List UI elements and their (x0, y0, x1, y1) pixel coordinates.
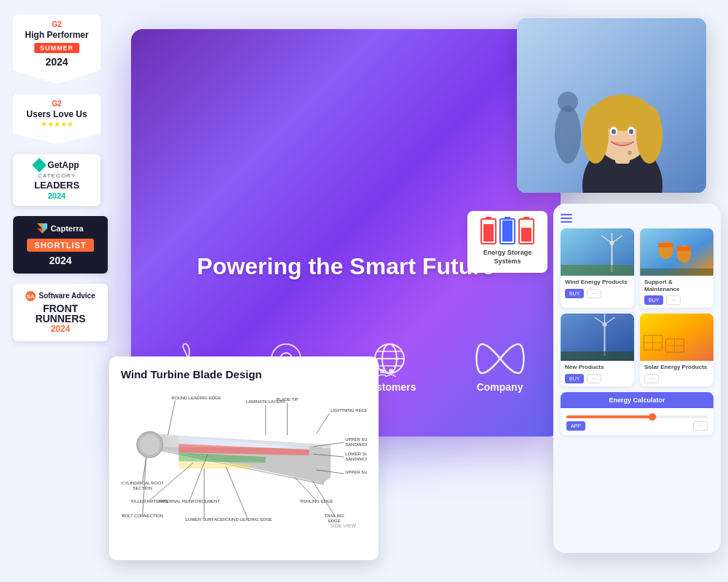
svg-rect-84 (641, 314, 713, 361)
support-buy-button[interactable]: BUY (644, 295, 663, 305)
software-advice-year: 2024 (22, 324, 99, 334)
energy-calc-header: Energy Calculator (561, 392, 713, 408)
solar-more-button[interactable]: ··· (644, 374, 659, 383)
svg-point-28 (612, 129, 616, 135)
svg-text:LOWER SURFACESANDWICH SHELL: LOWER SURFACESANDWICH SHELL (345, 452, 367, 461)
g2-users-love-badge: G2 Users Love Us ★★★★★ (13, 94, 100, 143)
software-advice-icon: SA (25, 291, 36, 301)
menu-line-2 (561, 218, 572, 219)
getapp-diamond-icon (32, 158, 47, 172)
getapp-logo: GetApp (22, 160, 92, 170)
calc-slider-thumb[interactable] (649, 413, 656, 420)
app-card-new-products[interactable]: New Products BUY ··· (561, 314, 634, 386)
svg-point-32 (140, 434, 160, 455)
new-products-buy-button[interactable]: BUY (565, 374, 584, 383)
svg-point-29 (629, 129, 633, 135)
capterra-name: Capterra (50, 224, 83, 233)
svg-line-40 (168, 401, 175, 436)
g2-high-performer-badge: G2 High Performer SUMMER 2024 (13, 15, 100, 84)
g2-high-performer-title: High Performer (22, 30, 92, 40)
calc-app-button[interactable]: APP (566, 421, 585, 431)
mobile-app-panel[interactable]: Wind Energy Products BUY ··· (553, 204, 721, 553)
battery-blue-icon (499, 218, 515, 244)
energy-calc-card[interactable]: Energy Calculator APP ··· (561, 392, 713, 435)
software-advice-title: FRONT RUNNERS (22, 303, 99, 324)
svg-marker-1 (42, 223, 47, 228)
main-tagline: Powering the Smart Future (197, 253, 495, 280)
workers-image-svg (640, 228, 713, 276)
software-advice-badge: SA Software Advice FRONT RUNNERS 2024 (13, 284, 108, 341)
svg-marker-3 (42, 228, 47, 234)
svg-text:UPPER SURFACESANDWICH SHELL: UPPER SURFACESANDWICH SHELL (345, 437, 367, 447)
wind-buy-button[interactable]: BUY (565, 289, 584, 298)
battery-icons-row (478, 218, 537, 244)
new-products-label: New Products (561, 361, 634, 374)
svg-marker-2 (37, 228, 42, 234)
software-advice-name: Software Advice (39, 292, 95, 300)
infinity-icon (475, 340, 526, 377)
svg-point-30 (628, 151, 632, 155)
new-products-more-button[interactable]: ··· (587, 374, 601, 383)
svg-line-60 (226, 466, 248, 519)
svg-rect-75 (677, 247, 692, 251)
getapp-category: CATEGORY (22, 172, 92, 179)
g2-season: SUMMER (34, 43, 79, 53)
solar-image-svg (640, 314, 713, 361)
svg-rect-70 (561, 265, 634, 276)
svg-marker-0 (37, 223, 42, 228)
menu-line-3 (561, 221, 572, 223)
app-card-solar[interactable]: Solar Energy Products ··· (640, 314, 713, 386)
capterra-year: 2024 (22, 255, 99, 266)
calc-slider[interactable] (566, 415, 708, 418)
workers-image (640, 228, 713, 276)
battery-red-icon-2 (518, 218, 534, 244)
support-actions: BUY ··· (640, 295, 713, 308)
svg-text:TRAILING EDGE: TRAILING EDGE (299, 499, 333, 503)
getapp-name: GetApp (47, 160, 79, 170)
svg-point-16 (389, 369, 393, 373)
support-more-button[interactable]: ··· (666, 295, 681, 305)
energy-storage-card: Energy StorageSystems (467, 211, 547, 273)
svg-text:FILLER MATERIAL: FILLER MATERIAL (131, 499, 169, 503)
g2-logo-2: G2 (22, 100, 92, 108)
app-card-support[interactable]: Support & Maintenance BUY ··· (640, 228, 713, 308)
app-header (561, 211, 713, 228)
awards-column: G2 High Performer SUMMER 2024 G2 Users L… (13, 15, 108, 341)
hamburger-icon[interactable] (561, 214, 572, 223)
svg-text:ROUND LEADING EDGE: ROUND LEADING EDGE (172, 396, 221, 400)
menu-line-1 (561, 214, 572, 215)
solar-actions: ··· (640, 374, 713, 386)
wind-product-label: Wind Energy Products (561, 276, 634, 289)
battery-red-icon (480, 218, 496, 244)
svg-text:ROUND LEADING EDGE: ROUND LEADING EDGE (223, 517, 272, 522)
svg-point-15 (380, 369, 384, 373)
app-grid: Wind Energy Products BUY ··· (561, 228, 713, 435)
svg-text:LIGHTNING RECEPTOR: LIGHTNING RECEPTOR (331, 408, 367, 412)
g2-logo-1: G2 (22, 20, 92, 28)
calc-more-button[interactable]: ··· (693, 421, 708, 431)
energy-storage-label: Energy StorageSystems (478, 249, 537, 266)
support-label: Support & Maintenance (640, 276, 713, 295)
svg-text:SIDE VIEW: SIDE VIEW (330, 523, 356, 528)
g2-year-1: 2024 (22, 56, 92, 68)
new-products-image-svg (561, 314, 634, 361)
svg-point-18 (555, 105, 581, 164)
capterra-shortlist: SHORTLIST (27, 239, 93, 252)
calc-slider-fill (566, 415, 651, 418)
g2-users-love-title: Users Love Us (22, 109, 92, 119)
wind-turbine-image-svg (561, 228, 634, 276)
svg-text:TRAILINGEDGE: TRAILINGEDGE (325, 514, 345, 523)
app-card-wind[interactable]: Wind Energy Products BUY ··· (561, 228, 634, 308)
g2-stars: ★★★★★ (22, 120, 92, 128)
svg-point-25 (636, 105, 662, 164)
company-nav-item[interactable]: Company (475, 340, 526, 393)
capterra-icon (37, 223, 47, 234)
photo-placeholder (517, 18, 706, 193)
wind-more-button[interactable]: ··· (587, 289, 601, 298)
svg-rect-83 (561, 351, 634, 361)
capterra-logo: Capterra (22, 223, 99, 234)
capterra-badge: Capterra SHORTLIST 2024 (13, 216, 108, 274)
diagram-content: BLADE TIP LIGHTNING RECEPTOR LAMINATE LA… (121, 387, 367, 538)
diagram-title: Wind Turbine Blade Design (121, 368, 367, 381)
photo-card (517, 18, 706, 193)
